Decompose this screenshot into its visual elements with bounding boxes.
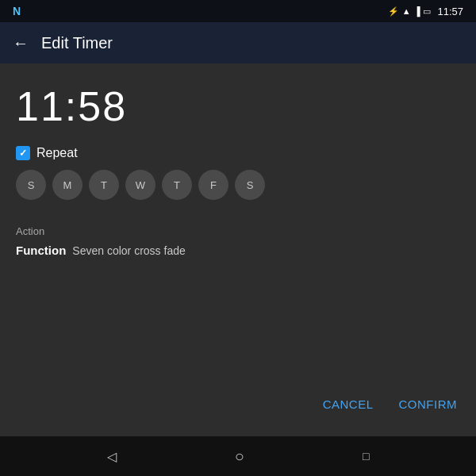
day-saturday[interactable]: S	[235, 170, 265, 200]
confirm-button[interactable]: Confirm	[396, 391, 461, 417]
header: ← Edit Timer	[0, 22, 476, 63]
repeat-checkbox-row: Repeat	[16, 146, 460, 160]
day-monday[interactable]: M	[52, 170, 83, 200]
buttons-row: Cancel Confirm	[16, 382, 460, 424]
main-content: 11:58 Repeat S M T W T F S Action Functi…	[0, 63, 476, 436]
nav-back-button[interactable]: ◁	[107, 449, 117, 464]
battery-icon: ▭	[423, 6, 431, 17]
function-value: Seven color cross fade	[72, 244, 185, 257]
status-time: 11:57	[437, 6, 463, 17]
function-label: Function	[16, 244, 66, 257]
repeat-checkbox[interactable]	[16, 146, 30, 160]
phone-container: N ⚡ ▲ ▐ ▭ 11:57 ← Edit Timer 11:58 Repea…	[0, 0, 476, 476]
day-friday[interactable]: F	[198, 170, 228, 200]
status-bar-right: ⚡ ▲ ▐ ▭ 11:57	[388, 6, 463, 17]
back-button[interactable]: ←	[13, 34, 29, 52]
repeat-label: Repeat	[36, 146, 78, 160]
spacer	[16, 276, 460, 382]
page-title: Edit Timer	[41, 34, 113, 52]
day-sunday[interactable]: S	[16, 170, 46, 200]
bluetooth-icon: ⚡	[388, 6, 399, 17]
notification-icon: N	[13, 5, 21, 17]
status-bar-left: N	[13, 5, 21, 17]
cancel-button[interactable]: Cancel	[320, 391, 377, 417]
day-thursday[interactable]: T	[162, 170, 192, 200]
wifi-icon: ▲	[402, 6, 411, 16]
day-wednesday[interactable]: W	[125, 170, 155, 200]
nav-home-button[interactable]: ○	[235, 447, 244, 466]
repeat-section: Repeat S M T W T F S	[16, 146, 460, 200]
action-section: Action Function Seven color cross fade	[16, 225, 460, 257]
days-row: S M T W T F S	[16, 170, 460, 200]
bottom-nav: ◁ ○ □	[0, 436, 476, 476]
status-bar: N ⚡ ▲ ▐ ▭ 11:57	[0, 0, 476, 22]
signal-icon: ▐	[414, 6, 420, 16]
day-tuesday[interactable]: T	[89, 170, 119, 200]
action-section-label: Action	[16, 225, 460, 237]
action-row[interactable]: Function Seven color cross fade	[16, 244, 460, 257]
timer-display[interactable]: 11:58	[16, 83, 460, 130]
nav-recents-button[interactable]: □	[363, 450, 369, 463]
